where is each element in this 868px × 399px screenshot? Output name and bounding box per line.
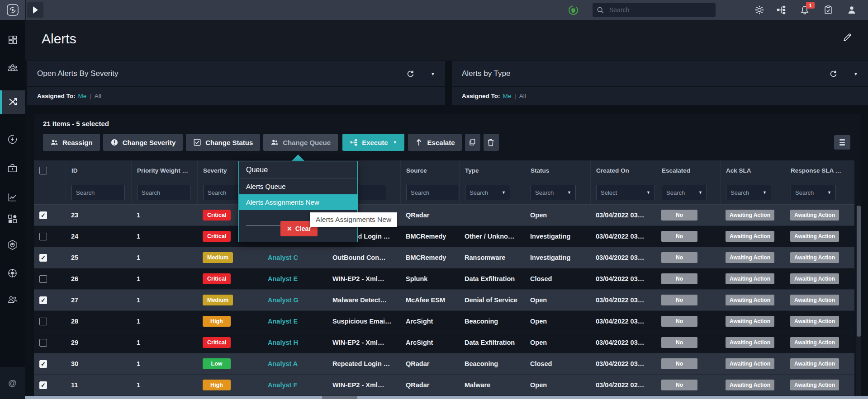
alert-row-27[interactable]: ✓271MediumAnalyst GMalware Detect…McAfee… [34,290,854,311]
sidebar-item-hub[interactable] [0,261,25,285]
alert-row-26[interactable]: 261CriticalAnalyst EWIN-EP2 - Xml…Splunk… [34,268,854,290]
alert-row-25[interactable]: ✓251MediumAnalyst COutBound Con…BMCRemed… [34,247,854,268]
select-all-checkbox[interactable] [39,167,47,174]
sidebar-item-reports[interactable] [0,185,25,209]
cell-assigned-to[interactable]: Analyst E [262,268,327,289]
title-bar: Alerts [25,20,868,61]
column-header-created[interactable]: Created On [590,160,656,181]
wheel-globe-icon [7,268,18,278]
queue-option-alerts-assignments-new[interactable]: Alerts Assignments New [239,194,357,210]
row-checkbox[interactable]: ✓ [39,254,47,262]
assigned-all-link[interactable]: All [95,93,101,99]
cell-assigned-to[interactable]: Analyst G [262,290,327,310]
user-icon[interactable] [847,5,857,15]
filter-created[interactable]: Select▼ [596,185,655,200]
sidebar-item-people[interactable] [0,287,25,311]
row-checkbox[interactable] [39,318,47,325]
global-search[interactable] [593,3,716,17]
cell-source: QRadar [400,353,459,374]
horizontal-scrollbar-thumb[interactable] [322,396,357,399]
sidebar-item-connectors[interactable] [0,233,25,257]
chevron-down-icon[interactable]: ▼ [431,71,435,76]
grid-settings-button[interactable] [834,135,850,150]
edit-pencil-icon[interactable] [843,33,852,42]
chevron-down-icon[interactable]: ▼ [854,71,858,76]
cell-assigned-to[interactable]: Analyst A [262,353,327,374]
change-severity-button[interactable]: Change Severity [103,134,183,151]
filter-type[interactable]: Search▼ [465,185,510,200]
sidebar-item-widgets[interactable] [0,207,25,230]
column-header-source[interactable]: Source [400,160,459,181]
response-sla-badge: Awaiting Action [790,273,839,284]
gear-icon[interactable] [754,5,764,15]
filter-status[interactable]: Search▼ [531,185,576,200]
row-checkbox[interactable] [39,233,47,240]
sidebar-expand-button[interactable] [27,2,43,18]
ack-sla-badge: Awaiting Action [726,252,774,263]
cell-type: Beaconing [459,311,525,332]
app-logo[interactable] [0,0,26,20]
connector-status-icon[interactable] [568,5,579,15]
change-status-button[interactable]: Change Status [186,134,260,151]
alert-row-30[interactable]: ✓301LowAnalyst ARepeated Login …QRadarBe… [34,353,854,375]
column-header-type[interactable]: Type [459,160,525,181]
alert-row-29[interactable]: 291CriticalAnalyst HWIN-EP2 - Xml…ArcSig… [34,332,854,353]
row-checkbox[interactable]: ✓ [39,211,47,219]
column-header-ack_sla[interactable]: Ack SLA [720,160,785,181]
cell-status: Closed [525,268,590,289]
filter-id[interactable]: Search [71,185,125,200]
filter-source[interactable]: Search [406,185,459,200]
row-checkbox[interactable]: ✓ [39,360,47,368]
alert-row-24[interactable]: 241CriticalRepeated Login …BMCRemedyOthe… [34,226,854,247]
copy-button[interactable] [465,134,480,151]
vertical-scrollbar[interactable] [856,206,861,396]
checkbox-icon [193,138,201,146]
cell-assigned-to[interactable]: Analyst F [262,375,327,395]
briefcase-icon [7,163,18,173]
at-sign-icon[interactable]: @ [0,371,25,395]
hierarchy-icon[interactable] [776,5,786,15]
search-input[interactable] [608,6,701,14]
delete-button[interactable] [484,134,499,151]
queue-option-alerts-queue[interactable]: Alerts Queue [239,178,357,194]
refresh-icon[interactable] [407,70,414,78]
execute-button[interactable]: Execute ▼ [342,134,404,151]
refresh-icon[interactable] [830,70,837,78]
alert-row-28[interactable]: 281HighAnalyst ESuspicious Emai…ArcSight… [34,311,854,332]
row-checkbox[interactable]: ✓ [39,381,47,389]
sidebar-item-dashboard[interactable] [0,28,25,52]
filter-resp_sla[interactable]: Search▼ [791,185,836,200]
row-checkbox[interactable] [39,339,47,347]
filter-ack_sla[interactable]: Search▼ [726,185,771,200]
cell-assigned-to[interactable]: Analyst H [262,332,327,353]
change-queue-button[interactable]: Change Queue [263,134,338,151]
assigned-me-link[interactable]: Me [78,93,87,99]
column-header-escalated[interactable]: Escalated [656,160,720,181]
column-header-cb[interactable] [34,160,66,181]
sidebar-item-cases[interactable] [0,156,25,180]
sidebar-item-team[interactable] [0,56,25,80]
column-header-status[interactable]: Status [525,160,590,181]
column-header-weight[interactable]: Priority Weight … [131,160,197,181]
column-header-id[interactable]: ID [66,160,131,181]
incidents-shuffle-icon [8,97,19,108]
alert-row-11[interactable]: ✓111HighAnalyst FWIN-EP2 - Xml…QRadarMal… [34,375,854,396]
column-header-resp_sla[interactable]: Response SLA … [785,160,854,181]
horizontal-scrollbar[interactable] [25,396,868,399]
cell-assigned-to[interactable]: Analyst C [262,247,327,268]
assigned-me-link[interactable]: Me [503,93,512,99]
clipboard-icon[interactable] [823,5,833,15]
row-checkbox[interactable] [39,275,47,283]
cell-name: WIN-EP2 - Xml… [327,332,400,353]
reassign-button[interactable]: Reassign [43,134,100,151]
alert-row-23[interactable]: ✓231CriticalQRadarOpen03/04/2022 03…NoAw… [34,205,854,226]
vertical-scrollbar-thumb[interactable] [857,206,861,337]
sidebar-item-automation[interactable] [0,127,25,151]
escalate-button[interactable]: Escalate [408,134,462,151]
row-checkbox[interactable]: ✓ [39,296,47,304]
cell-assigned-to[interactable]: Analyst E [262,311,327,332]
filter-escalated[interactable]: Search▼ [662,185,707,200]
sidebar-item-incidents-active[interactable] [0,90,25,114]
filter-weight[interactable]: Search [137,185,190,200]
assigned-all-link[interactable]: All [519,93,526,99]
